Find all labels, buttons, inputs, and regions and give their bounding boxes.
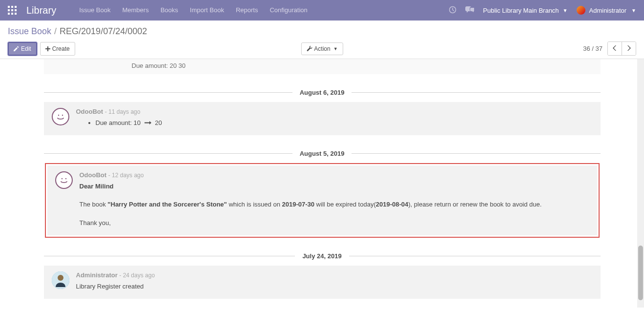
bot-avatar-icon bbox=[55, 171, 73, 189]
chat-icon[interactable] bbox=[465, 6, 474, 15]
branch-selector[interactable]: Public Library Main Branch ▼ bbox=[483, 7, 567, 14]
svg-point-11 bbox=[62, 115, 62, 116]
nav-reports[interactable]: Reports bbox=[230, 0, 264, 21]
user-menu[interactable]: Administrator ▼ bbox=[577, 6, 636, 15]
scrollbar-thumb[interactable] bbox=[638, 246, 643, 300]
svg-rect-5 bbox=[15, 9, 17, 11]
message-content: Library Register created bbox=[76, 282, 593, 292]
message-item: Administrator - 24 days ago Library Regi… bbox=[44, 266, 601, 299]
change-log-item: Due amount: 10 20 bbox=[96, 118, 593, 128]
breadcrumb-separator: / bbox=[54, 26, 57, 37]
action-button[interactable]: Action ▼ bbox=[301, 42, 343, 55]
pager-text[interactable]: 36 / 37 bbox=[583, 45, 602, 52]
svg-rect-1 bbox=[11, 6, 13, 8]
date-label: August 6, 2019 bbox=[292, 89, 352, 96]
breadcrumb-parent[interactable]: Issue Book bbox=[8, 26, 51, 37]
nav-issue-book[interactable]: Issue Book bbox=[73, 0, 116, 21]
pager-nav bbox=[607, 41, 636, 56]
message-author[interactable]: Administrator bbox=[76, 271, 118, 279]
create-button[interactable]: Create bbox=[40, 42, 75, 56]
date-separator: August 6, 2019 bbox=[44, 89, 601, 96]
user-avatar-icon bbox=[577, 6, 585, 15]
edit-button[interactable]: Edit bbox=[8, 42, 37, 56]
message-content: Dear Milind The book "Harry Potter and t… bbox=[80, 182, 589, 228]
svg-point-10 bbox=[58, 115, 59, 116]
app-brand[interactable]: Library bbox=[26, 5, 56, 16]
message-paragraph: The book "Harry Potter and the Sorcerer'… bbox=[80, 200, 589, 210]
nav-configuration[interactable]: Configuration bbox=[264, 0, 313, 21]
content-area: Due amount: 20 30 August 6, 2019 OdooBot… bbox=[0, 59, 644, 308]
caret-down-icon: ▼ bbox=[563, 8, 568, 13]
branch-name: Public Library Main Branch bbox=[483, 7, 559, 14]
message-time: - 11 days ago bbox=[105, 108, 141, 115]
plus-icon bbox=[45, 46, 50, 51]
date-separator: July 24, 2019 bbox=[44, 252, 601, 260]
chatter: Due amount: 20 30 August 6, 2019 OdooBot… bbox=[44, 59, 601, 308]
bot-avatar-icon bbox=[52, 108, 69, 125]
chevron-right-icon bbox=[627, 45, 631, 51]
top-navbar: Library Issue Book Members Books Import … bbox=[0, 0, 644, 21]
arrow-right-icon bbox=[145, 119, 153, 126]
svg-point-12 bbox=[61, 178, 62, 179]
svg-rect-8 bbox=[15, 13, 17, 15]
apps-grid-icon[interactable] bbox=[8, 6, 17, 15]
message-greeting: Dear Milind bbox=[80, 182, 589, 192]
message-item: OdooBot - 11 days ago Due amount: 10 20 bbox=[44, 102, 601, 135]
svg-rect-4 bbox=[11, 9, 13, 11]
svg-rect-3 bbox=[8, 9, 10, 11]
caret-down-icon: ▼ bbox=[631, 8, 636, 13]
pager-prev-button[interactable] bbox=[608, 42, 622, 55]
svg-rect-7 bbox=[11, 13, 13, 15]
user-name: Administrator bbox=[589, 7, 627, 14]
date-label: July 24, 2019 bbox=[295, 252, 349, 260]
control-panel: Edit Create Action ▼ 36 / 37 bbox=[8, 41, 636, 56]
truncated-message: Due amount: 20 30 bbox=[44, 59, 601, 74]
message-item: OdooBot - 12 days ago Dear Milind The bo… bbox=[47, 165, 597, 235]
date-label: August 5, 2019 bbox=[292, 150, 352, 157]
caret-down-icon: ▼ bbox=[333, 46, 338, 51]
nav-import-book[interactable]: Import Book bbox=[184, 0, 230, 21]
pager-next-button[interactable] bbox=[622, 42, 636, 55]
breadcrumb-bar: Issue Book / REG/2019/07/24/0002 Edit Cr… bbox=[0, 21, 644, 59]
admin-avatar-icon bbox=[52, 271, 69, 289]
svg-rect-0 bbox=[8, 6, 10, 8]
svg-point-15 bbox=[58, 275, 63, 281]
svg-rect-2 bbox=[15, 6, 17, 8]
date-separator: August 5, 2019 bbox=[44, 150, 601, 157]
chevron-left-icon bbox=[613, 45, 617, 51]
clock-icon[interactable] bbox=[449, 6, 457, 15]
nav-books[interactable]: Books bbox=[155, 0, 184, 21]
breadcrumb: Issue Book / REG/2019/07/24/0002 bbox=[8, 26, 636, 37]
message-time: - 12 days ago bbox=[108, 172, 144, 179]
message-time: - 24 days ago bbox=[119, 272, 155, 279]
svg-rect-6 bbox=[8, 13, 10, 15]
highlighted-message-wrapper: OdooBot - 12 days ago Dear Milind The bo… bbox=[45, 163, 600, 238]
scrollbar-track[interactable] bbox=[637, 59, 644, 308]
breadcrumb-current: REG/2019/07/24/0002 bbox=[60, 26, 147, 37]
message-thanks: Thank you, bbox=[80, 218, 589, 228]
wrench-icon bbox=[306, 46, 312, 52]
svg-point-13 bbox=[65, 178, 66, 179]
message-author[interactable]: OdooBot bbox=[76, 108, 104, 115]
pencil-icon bbox=[14, 46, 19, 51]
message-author[interactable]: OdooBot bbox=[80, 171, 107, 179]
nav-members[interactable]: Members bbox=[116, 0, 154, 21]
